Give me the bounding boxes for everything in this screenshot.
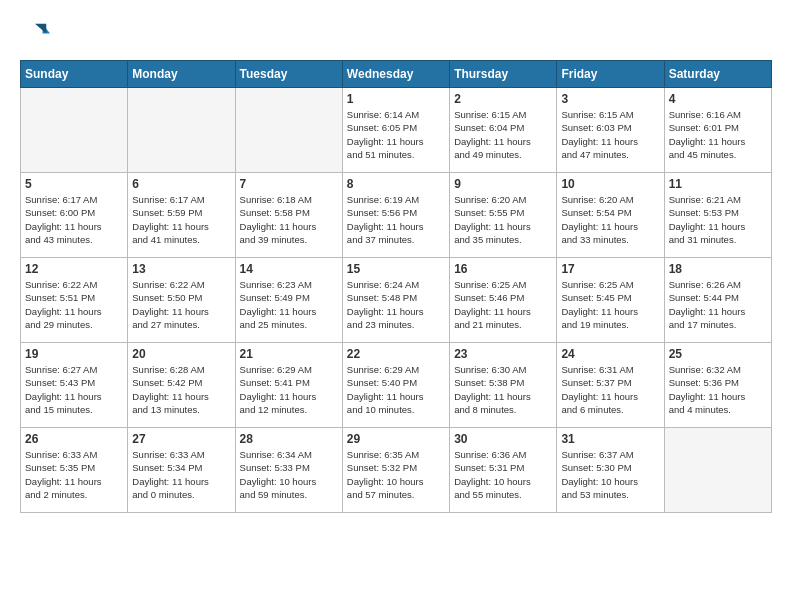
day-info: Sunrise: 6:22 AM Sunset: 5:51 PM Dayligh… <box>25 278 123 331</box>
day-number: 10 <box>561 177 659 191</box>
day-info: Sunrise: 6:33 AM Sunset: 5:34 PM Dayligh… <box>132 448 230 501</box>
calendar-cell: 19Sunrise: 6:27 AM Sunset: 5:43 PM Dayli… <box>21 343 128 428</box>
header <box>20 20 772 50</box>
day-number: 25 <box>669 347 767 361</box>
day-number: 22 <box>347 347 445 361</box>
calendar-header-sunday: Sunday <box>21 61 128 88</box>
calendar: SundayMondayTuesdayWednesdayThursdayFrid… <box>20 60 772 513</box>
day-info: Sunrise: 6:15 AM Sunset: 6:04 PM Dayligh… <box>454 108 552 161</box>
calendar-header-friday: Friday <box>557 61 664 88</box>
calendar-cell: 5Sunrise: 6:17 AM Sunset: 6:00 PM Daylig… <box>21 173 128 258</box>
calendar-cell <box>235 88 342 173</box>
day-info: Sunrise: 6:29 AM Sunset: 5:40 PM Dayligh… <box>347 363 445 416</box>
calendar-cell: 17Sunrise: 6:25 AM Sunset: 5:45 PM Dayli… <box>557 258 664 343</box>
day-number: 11 <box>669 177 767 191</box>
day-number: 29 <box>347 432 445 446</box>
day-info: Sunrise: 6:15 AM Sunset: 6:03 PM Dayligh… <box>561 108 659 161</box>
day-number: 16 <box>454 262 552 276</box>
day-info: Sunrise: 6:18 AM Sunset: 5:58 PM Dayligh… <box>240 193 338 246</box>
day-number: 5 <box>25 177 123 191</box>
calendar-cell: 14Sunrise: 6:23 AM Sunset: 5:49 PM Dayli… <box>235 258 342 343</box>
calendar-header-row: SundayMondayTuesdayWednesdayThursdayFrid… <box>21 61 772 88</box>
calendar-cell: 1Sunrise: 6:14 AM Sunset: 6:05 PM Daylig… <box>342 88 449 173</box>
day-info: Sunrise: 6:17 AM Sunset: 6:00 PM Dayligh… <box>25 193 123 246</box>
calendar-week-3: 12Sunrise: 6:22 AM Sunset: 5:51 PM Dayli… <box>21 258 772 343</box>
calendar-cell <box>128 88 235 173</box>
day-number: 8 <box>347 177 445 191</box>
calendar-cell: 24Sunrise: 6:31 AM Sunset: 5:37 PM Dayli… <box>557 343 664 428</box>
day-info: Sunrise: 6:20 AM Sunset: 5:55 PM Dayligh… <box>454 193 552 246</box>
day-info: Sunrise: 6:32 AM Sunset: 5:36 PM Dayligh… <box>669 363 767 416</box>
day-info: Sunrise: 6:16 AM Sunset: 6:01 PM Dayligh… <box>669 108 767 161</box>
day-info: Sunrise: 6:14 AM Sunset: 6:05 PM Dayligh… <box>347 108 445 161</box>
calendar-week-4: 19Sunrise: 6:27 AM Sunset: 5:43 PM Dayli… <box>21 343 772 428</box>
day-number: 20 <box>132 347 230 361</box>
calendar-cell: 30Sunrise: 6:36 AM Sunset: 5:31 PM Dayli… <box>450 428 557 513</box>
day-info: Sunrise: 6:26 AM Sunset: 5:44 PM Dayligh… <box>669 278 767 331</box>
day-number: 6 <box>132 177 230 191</box>
calendar-week-5: 26Sunrise: 6:33 AM Sunset: 5:35 PM Dayli… <box>21 428 772 513</box>
day-number: 31 <box>561 432 659 446</box>
day-number: 7 <box>240 177 338 191</box>
calendar-cell: 20Sunrise: 6:28 AM Sunset: 5:42 PM Dayli… <box>128 343 235 428</box>
calendar-cell: 15Sunrise: 6:24 AM Sunset: 5:48 PM Dayli… <box>342 258 449 343</box>
day-info: Sunrise: 6:28 AM Sunset: 5:42 PM Dayligh… <box>132 363 230 416</box>
calendar-cell: 8Sunrise: 6:19 AM Sunset: 5:56 PM Daylig… <box>342 173 449 258</box>
day-info: Sunrise: 6:31 AM Sunset: 5:37 PM Dayligh… <box>561 363 659 416</box>
calendar-header-tuesday: Tuesday <box>235 61 342 88</box>
day-number: 4 <box>669 92 767 106</box>
day-info: Sunrise: 6:20 AM Sunset: 5:54 PM Dayligh… <box>561 193 659 246</box>
day-info: Sunrise: 6:34 AM Sunset: 5:33 PM Dayligh… <box>240 448 338 501</box>
calendar-cell: 22Sunrise: 6:29 AM Sunset: 5:40 PM Dayli… <box>342 343 449 428</box>
day-info: Sunrise: 6:23 AM Sunset: 5:49 PM Dayligh… <box>240 278 338 331</box>
calendar-cell: 27Sunrise: 6:33 AM Sunset: 5:34 PM Dayli… <box>128 428 235 513</box>
calendar-cell: 21Sunrise: 6:29 AM Sunset: 5:41 PM Dayli… <box>235 343 342 428</box>
day-number: 28 <box>240 432 338 446</box>
calendar-week-2: 5Sunrise: 6:17 AM Sunset: 6:00 PM Daylig… <box>21 173 772 258</box>
day-info: Sunrise: 6:25 AM Sunset: 5:46 PM Dayligh… <box>454 278 552 331</box>
day-number: 9 <box>454 177 552 191</box>
day-info: Sunrise: 6:36 AM Sunset: 5:31 PM Dayligh… <box>454 448 552 501</box>
day-number: 2 <box>454 92 552 106</box>
calendar-cell: 16Sunrise: 6:25 AM Sunset: 5:46 PM Dayli… <box>450 258 557 343</box>
day-info: Sunrise: 6:27 AM Sunset: 5:43 PM Dayligh… <box>25 363 123 416</box>
calendar-cell: 12Sunrise: 6:22 AM Sunset: 5:51 PM Dayli… <box>21 258 128 343</box>
day-info: Sunrise: 6:33 AM Sunset: 5:35 PM Dayligh… <box>25 448 123 501</box>
day-number: 26 <box>25 432 123 446</box>
day-info: Sunrise: 6:35 AM Sunset: 5:32 PM Dayligh… <box>347 448 445 501</box>
day-info: Sunrise: 6:21 AM Sunset: 5:53 PM Dayligh… <box>669 193 767 246</box>
logo <box>20 20 55 50</box>
day-info: Sunrise: 6:29 AM Sunset: 5:41 PM Dayligh… <box>240 363 338 416</box>
day-number: 14 <box>240 262 338 276</box>
calendar-cell <box>21 88 128 173</box>
calendar-cell: 13Sunrise: 6:22 AM Sunset: 5:50 PM Dayli… <box>128 258 235 343</box>
day-info: Sunrise: 6:19 AM Sunset: 5:56 PM Dayligh… <box>347 193 445 246</box>
day-info: Sunrise: 6:37 AM Sunset: 5:30 PM Dayligh… <box>561 448 659 501</box>
day-number: 19 <box>25 347 123 361</box>
calendar-week-1: 1Sunrise: 6:14 AM Sunset: 6:05 PM Daylig… <box>21 88 772 173</box>
calendar-cell: 26Sunrise: 6:33 AM Sunset: 5:35 PM Dayli… <box>21 428 128 513</box>
calendar-cell: 7Sunrise: 6:18 AM Sunset: 5:58 PM Daylig… <box>235 173 342 258</box>
day-number: 1 <box>347 92 445 106</box>
day-number: 3 <box>561 92 659 106</box>
day-number: 13 <box>132 262 230 276</box>
calendar-cell: 28Sunrise: 6:34 AM Sunset: 5:33 PM Dayli… <box>235 428 342 513</box>
calendar-header-monday: Monday <box>128 61 235 88</box>
calendar-cell: 3Sunrise: 6:15 AM Sunset: 6:03 PM Daylig… <box>557 88 664 173</box>
calendar-cell: 25Sunrise: 6:32 AM Sunset: 5:36 PM Dayli… <box>664 343 771 428</box>
day-info: Sunrise: 6:25 AM Sunset: 5:45 PM Dayligh… <box>561 278 659 331</box>
day-number: 12 <box>25 262 123 276</box>
calendar-cell: 18Sunrise: 6:26 AM Sunset: 5:44 PM Dayli… <box>664 258 771 343</box>
day-info: Sunrise: 6:22 AM Sunset: 5:50 PM Dayligh… <box>132 278 230 331</box>
svg-marker-2 <box>35 24 46 34</box>
calendar-cell: 23Sunrise: 6:30 AM Sunset: 5:38 PM Dayli… <box>450 343 557 428</box>
calendar-cell: 2Sunrise: 6:15 AM Sunset: 6:04 PM Daylig… <box>450 88 557 173</box>
calendar-cell: 29Sunrise: 6:35 AM Sunset: 5:32 PM Dayli… <box>342 428 449 513</box>
day-info: Sunrise: 6:30 AM Sunset: 5:38 PM Dayligh… <box>454 363 552 416</box>
day-number: 23 <box>454 347 552 361</box>
logo-icon <box>20 20 50 50</box>
day-number: 21 <box>240 347 338 361</box>
calendar-cell <box>664 428 771 513</box>
calendar-header-wednesday: Wednesday <box>342 61 449 88</box>
day-number: 27 <box>132 432 230 446</box>
